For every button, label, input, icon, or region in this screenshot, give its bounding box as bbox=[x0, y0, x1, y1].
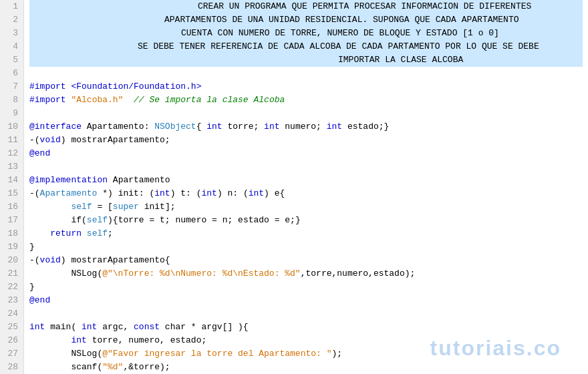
code-line-28: scanf( "%d" ,&torre); bbox=[29, 361, 583, 374]
code-line-16: self = [ super init]; bbox=[29, 200, 583, 214]
code-line-5: IMPORTAR LA CLASE ALCOBA bbox=[29, 53, 583, 67]
code-line-13 bbox=[29, 160, 583, 174]
code-line-15: -(Apartamento *) init: (int) t: ( int) n… bbox=[29, 187, 583, 200]
code-line-17: if( self ){torre = t; numero = n; estado… bbox=[29, 214, 583, 227]
code-editor[interactable]: CREAR UN PROGRAMA QUE PERMITA PROCESAR I… bbox=[24, 0, 588, 374]
code-line-8: #import "Alcoba.h" // Se importa la clas… bbox=[29, 94, 583, 107]
code-line-25: int main( int argc, const char * argv[] … bbox=[29, 321, 583, 334]
line-numbers: 1 2 3 4 5 6 7 8 9 10 11 12 13 14 15 16 1… bbox=[0, 0, 24, 374]
code-line-22: } bbox=[29, 280, 583, 294]
code-line-10: @interface Apartamento: NSObject { int t… bbox=[29, 120, 583, 134]
code-line-26: int torre, numero, estado; bbox=[29, 334, 583, 347]
code-line-14: @implementation Apartamento bbox=[29, 174, 583, 187]
code-line-23: @end bbox=[29, 294, 583, 307]
code-line-3: CUENTA CON NUMERO DE TORRE, NUMERO DE BL… bbox=[29, 27, 583, 40]
code-line-18: return self ; bbox=[29, 227, 583, 240]
code-line-12: @end bbox=[29, 147, 583, 160]
code-line-19: } bbox=[29, 240, 583, 254]
code-line-11: -(void) mostrarApartamento; bbox=[29, 134, 583, 147]
code-container: 1 2 3 4 5 6 7 8 9 10 11 12 13 14 15 16 1… bbox=[0, 0, 588, 374]
code-line-24 bbox=[29, 307, 583, 321]
code-line-9 bbox=[29, 107, 583, 120]
code-line-1: CREAR UN PROGRAMA QUE PERMITA PROCESAR I… bbox=[29, 0, 583, 13]
code-line-2: APARTAMENTOS DE UNA UNIDAD RESIDENCIAL. … bbox=[29, 13, 583, 27]
code-line-27: NSLog( @"Favor ingresar la torre del Apa… bbox=[29, 347, 583, 361]
code-line-21: NSLog( @"\nTorre: %d\nNumero: %d\nEstado… bbox=[29, 267, 583, 280]
code-line-4: SE DEBE TENER REFERENCIA DE CADA ALCOBA … bbox=[29, 40, 583, 53]
code-line-6 bbox=[29, 67, 583, 80]
code-line-20: -( void ) mostrarApartamento{ bbox=[29, 254, 583, 267]
code-line-7: #import <Foundation/Foundation.h> bbox=[29, 80, 583, 94]
